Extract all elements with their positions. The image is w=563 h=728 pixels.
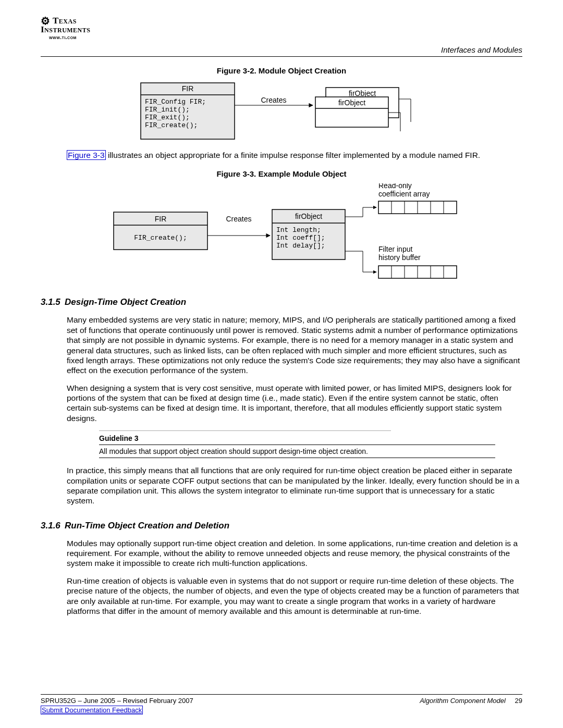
footer-right: Algorithm Component Model 29: [420, 697, 522, 705]
fig33-delay-array: [378, 266, 457, 278]
fig33-arrow-label: Creates: [226, 215, 251, 223]
guideline-top-rule: [99, 430, 391, 431]
section-3-1-6-heading: 3.1.6Run-Time Object Creation and Deleti…: [41, 521, 522, 531]
section-3-1-6-number: 3.1.6: [41, 521, 65, 531]
footer-doc-title: Algorithm Component Model: [420, 697, 506, 705]
guideline-3-box: Guideline 3 All modules that support obj…: [99, 430, 495, 458]
figure-3-3-caption: Figure 3-3. Example Module Object: [41, 169, 522, 178]
section-3-1-5-heading: 3.1.5Design-Time Object Creation: [41, 297, 522, 307]
page-header: ⚙ Texas Instruments www.ti.com Interface…: [41, 15, 522, 56]
fig32-box-body: FIR_Config FIR; FIR_init(); FIR_exit(); …: [145, 98, 231, 129]
guideline-label: Guideline 3: [99, 434, 495, 442]
footer-left: SPRU352G – June 2005 – Revised February …: [41, 697, 193, 705]
footer-page-number: 29: [515, 697, 522, 705]
figure-3-3-link[interactable]: Figure 3-3: [67, 150, 106, 160]
intro-figure-3-3-paragraph: Figure 3-3 illustrates an object appropr…: [67, 150, 522, 160]
fig32-box-title: FIR: [182, 84, 194, 93]
section-3-1-6-p2: Run-time creation of objects is valuable…: [67, 576, 522, 616]
section-3-1-5-number: 3.1.5: [41, 297, 65, 307]
section-3-1-5-title: Design-Time Object Creation: [65, 297, 186, 307]
section-3-1-5-p3: In practice, this simply means that all …: [67, 465, 522, 506]
submit-feedback-link[interactable]: Submit Documentation Feedback: [41, 706, 143, 714]
fig32-firobject-front: firObject: [338, 98, 365, 107]
guideline-divider-2: [99, 458, 495, 458]
figure-3-2-caption: Figure 3-2. Module Object Creation: [41, 66, 522, 75]
fig33-note-bottom: Filter input history buffer: [378, 245, 467, 262]
guideline-text: All modules that support object creation…: [99, 446, 495, 456]
header-section-title: Interfaces and Modules: [441, 45, 522, 54]
guideline-divider-1: [99, 445, 495, 445]
fig33-coeff-array: [378, 201, 457, 214]
figure-3-2-diagram: FIR FIR_Config FIR; FIR_init(); FIR_exit…: [120, 80, 443, 143]
logo-url: www.ti.com: [49, 35, 522, 40]
section-3-1-5-p1: Many embedded systems are very static in…: [67, 315, 522, 375]
header-rule: [41, 56, 522, 57]
fig32-firobject-back: firObject: [349, 89, 376, 97]
fig33-left-title: FIR: [155, 215, 167, 223]
section-3-1-6-title: Run-Time Object Creation and Deletion: [65, 521, 229, 530]
fig33-obj-body: Int length; Int coeff[]; Int delay[];: [276, 226, 341, 250]
page-footer: SPRU352G – June 2005 – Revised February …: [41, 694, 522, 714]
ti-logo: ⚙ Texas Instruments www.ti.com: [41, 15, 522, 40]
figure-3-3-diagram: FIR FIR_create(); Creates firObject Int …: [89, 183, 474, 282]
fig33-left-body: FIR_create();: [134, 234, 187, 242]
intro-figure-3-3-rest: illustrates an object appropriate for a …: [106, 151, 481, 159]
section-3-1-6-p1: Modules may optionally support run-time …: [67, 538, 522, 569]
section-3-1-5-p2: When designing a system that is very cos…: [67, 383, 522, 424]
fig33-note-top: Read-only coefficient array: [378, 183, 467, 198]
fig32-arrow-label: Creates: [261, 96, 286, 104]
footer-rule: [41, 694, 522, 695]
fig33-obj-title: firObject: [295, 212, 322, 220]
ti-logo-icon: ⚙: [41, 16, 51, 26]
